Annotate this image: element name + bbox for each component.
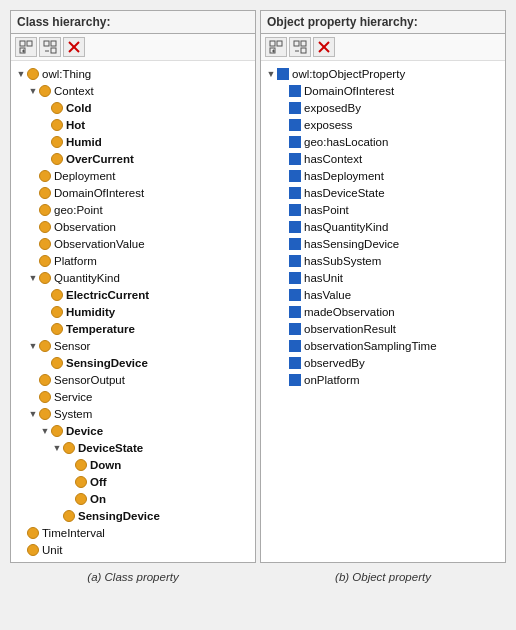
- node-label: SensingDevice: [78, 510, 160, 522]
- circle-class-icon: [27, 68, 39, 80]
- tree-row[interactable]: ▼Sensor: [15, 337, 251, 354]
- node-label: madeObservation: [304, 306, 395, 318]
- tree-row[interactable]: hasUnit: [265, 269, 501, 286]
- tree-row[interactable]: Hot: [15, 116, 251, 133]
- svg-rect-12: [277, 41, 282, 46]
- tree-row[interactable]: SensorOutput: [15, 371, 251, 388]
- collapse-all-button[interactable]: [39, 37, 61, 57]
- circle-class-icon: [39, 408, 51, 420]
- tree-row[interactable]: exposedBy: [265, 99, 501, 116]
- tree-expander[interactable]: ▼: [51, 443, 63, 453]
- tree-row[interactable]: hasContext: [265, 150, 501, 167]
- tree-row[interactable]: ObservationValue: [15, 235, 251, 252]
- collapse-all-button-right[interactable]: [289, 37, 311, 57]
- tree-row[interactable]: Humid: [15, 133, 251, 150]
- circle-class-icon: [51, 306, 63, 318]
- tree-row[interactable]: hasQuantityKind: [265, 218, 501, 235]
- node-label: hasDeviceState: [304, 187, 385, 199]
- rect-property-icon: [277, 68, 289, 80]
- tree-row[interactable]: Service: [15, 388, 251, 405]
- tree-row[interactable]: ▼owl:Thing: [15, 65, 251, 82]
- tree-row[interactable]: hasDeployment: [265, 167, 501, 184]
- tree-expander[interactable]: ▼: [39, 426, 51, 436]
- circle-class-icon: [27, 544, 39, 556]
- node-label: onPlatform: [304, 374, 360, 386]
- circle-class-icon: [51, 357, 63, 369]
- tree-row[interactable]: OverCurrent: [15, 150, 251, 167]
- rect-property-icon: [289, 374, 301, 386]
- tree-row[interactable]: hasPoint: [265, 201, 501, 218]
- tree-row[interactable]: observationSamplingTime: [265, 337, 501, 354]
- rect-property-icon: [289, 170, 301, 182]
- tree-row[interactable]: hasSubSystem: [265, 252, 501, 269]
- tree-row[interactable]: DomainOfInterest: [15, 184, 251, 201]
- svg-rect-11: [270, 41, 275, 46]
- tree-row[interactable]: On: [15, 490, 251, 507]
- panels-container: Class hierarchy:: [10, 10, 506, 563]
- tree-row[interactable]: ▼QuantityKind: [15, 269, 251, 286]
- expand-all-button-right[interactable]: [265, 37, 287, 57]
- tree-row[interactable]: TimeInterval: [15, 524, 251, 541]
- tree-expander[interactable]: ▼: [27, 341, 39, 351]
- tree-row[interactable]: SensingDevice: [15, 507, 251, 524]
- node-label: DomainOfInterest: [304, 85, 394, 97]
- tree-row[interactable]: ▼DeviceState: [15, 439, 251, 456]
- rect-property-icon: [289, 221, 301, 233]
- tree-row[interactable]: onPlatform: [265, 371, 501, 388]
- node-label: Off: [90, 476, 107, 488]
- tree-row[interactable]: ▼Device: [15, 422, 251, 439]
- node-label: Cold: [66, 102, 92, 114]
- tree-row[interactable]: ▼owl:topObjectProperty: [265, 65, 501, 82]
- tree-expander[interactable]: ▼: [265, 69, 277, 79]
- tree-row[interactable]: ▼System: [15, 405, 251, 422]
- node-label: SensingDevice: [66, 357, 148, 369]
- circle-class-icon: [75, 493, 87, 505]
- node-label: hasValue: [304, 289, 351, 301]
- rect-property-icon: [289, 153, 301, 165]
- tree-row[interactable]: Deployment: [15, 167, 251, 184]
- left-toolbar: [11, 34, 255, 61]
- tree-row[interactable]: hasDeviceState: [265, 184, 501, 201]
- node-label: DomainOfInterest: [54, 187, 144, 199]
- tree-row[interactable]: Cold: [15, 99, 251, 116]
- node-label: Unit: [42, 544, 62, 556]
- rect-property-icon: [289, 119, 301, 131]
- svg-rect-16: [294, 41, 299, 46]
- tree-row[interactable]: observationResult: [265, 320, 501, 337]
- tree-row[interactable]: Unit: [15, 541, 251, 558]
- tree-row[interactable]: ▼Context: [15, 82, 251, 99]
- tree-row[interactable]: observedBy: [265, 354, 501, 371]
- rect-property-icon: [289, 255, 301, 267]
- svg-rect-17: [301, 41, 306, 46]
- left-caption: (a) Class property: [10, 571, 256, 583]
- clear-button-right[interactable]: [313, 37, 335, 57]
- tree-row[interactable]: ElectricCurrent: [15, 286, 251, 303]
- clear-button-left[interactable]: [63, 37, 85, 57]
- tree-row[interactable]: SensingDevice: [15, 354, 251, 371]
- tree-row[interactable]: Off: [15, 473, 251, 490]
- circle-class-icon: [75, 459, 87, 471]
- tree-row[interactable]: Platform: [15, 252, 251, 269]
- tree-expander[interactable]: ▼: [27, 86, 39, 96]
- circle-class-icon: [39, 340, 51, 352]
- tree-row[interactable]: Down: [15, 456, 251, 473]
- tree-row[interactable]: geo:hasLocation: [265, 133, 501, 150]
- tree-row[interactable]: madeObservation: [265, 303, 501, 320]
- tree-row[interactable]: DomainOfInterest: [265, 82, 501, 99]
- node-label: DeviceState: [78, 442, 143, 454]
- tree-row[interactable]: hasSensingDevice: [265, 235, 501, 252]
- node-label: Sensor: [54, 340, 90, 352]
- tree-row[interactable]: exposess: [265, 116, 501, 133]
- tree-row[interactable]: Observation: [15, 218, 251, 235]
- rect-property-icon: [289, 238, 301, 250]
- tree-row[interactable]: hasValue: [265, 286, 501, 303]
- tree-row[interactable]: Humidity: [15, 303, 251, 320]
- expand-all-button[interactable]: [15, 37, 37, 57]
- tree-expander[interactable]: ▼: [15, 69, 27, 79]
- node-label: exposedBy: [304, 102, 361, 114]
- tree-row[interactable]: geo:Point: [15, 201, 251, 218]
- tree-expander[interactable]: ▼: [27, 273, 39, 283]
- tree-expander[interactable]: ▼: [27, 409, 39, 419]
- tree-row[interactable]: Temperature: [15, 320, 251, 337]
- rect-property-icon: [289, 102, 301, 114]
